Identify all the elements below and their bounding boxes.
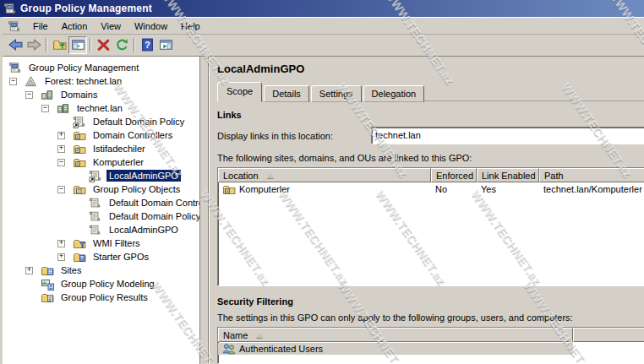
expand-toggle[interactable]: + [57, 253, 65, 261]
display-links-label: Display links in this location: [217, 131, 371, 141]
toolbar: ? [3, 35, 644, 57]
links-intro-text: The following sites, domains, and OUs ar… [217, 153, 644, 163]
tree-item-group-policy-objects[interactable]: − Group Policy Objects [3, 182, 199, 196]
tree-item-group-policy-management[interactable]: Group Policy Management [3, 61, 199, 74]
column-header-empty [573, 328, 644, 342]
new-window-button[interactable] [156, 36, 175, 54]
tab-details[interactable]: Details [264, 85, 309, 102]
gpmc-window: Group Policy Management FileActionViewWi… [0, 0, 644, 364]
domain-icon [57, 102, 71, 115]
ou-icon [73, 129, 87, 142]
tree-toggle-slot: − [57, 186, 73, 193]
menu-item-view[interactable]: View [94, 19, 128, 33]
tab-delegation[interactable]: Delegation [363, 85, 425, 102]
delete-button[interactable] [94, 36, 112, 54]
tree-item-technet-lan[interactable]: −technet.lan [3, 101, 199, 115]
tree-item-label: LocalAdminGPO [106, 170, 181, 182]
column-header-enforced[interactable]: Enforced [431, 168, 477, 182]
tree-item-komputerler[interactable]: − Komputerler [3, 155, 199, 169]
column-header-link-enabled[interactable]: Link Enabled [477, 168, 539, 182]
security-intro-text: The settings in this GPO can only apply … [217, 312, 644, 323]
tree-item-default-domain-controlle[interactable]: Default Domain Controlle [3, 196, 199, 209]
menu-item-help[interactable]: Help [174, 19, 207, 33]
tree-toggle-slot: − [41, 105, 57, 112]
tree-item-default-domain-policy[interactable]: Default Domain Policy [3, 209, 199, 223]
tree-toggle-slot: − [57, 159, 73, 166]
tree-item-label: Domain Controllers [90, 129, 175, 141]
expand-toggle[interactable]: + [57, 240, 65, 247]
window-title: Group Policy Management [20, 3, 152, 14]
help-button[interactable]: ? [138, 36, 156, 54]
back-button[interactable] [6, 36, 25, 54]
forest-icon [25, 75, 39, 88]
results-icon [41, 291, 55, 304]
console-tree-button[interactable] [68, 36, 87, 54]
tree-item-wmi-filters[interactable]: + WMI Filters [3, 236, 199, 250]
new-window-icon [159, 38, 173, 53]
tree-item-localadmingpo[interactable]: LocalAdminGPO [3, 169, 199, 182]
gpo-link-icon [73, 116, 87, 128]
console-tree-pane: Group Policy Management−Forest: technet.… [3, 57, 200, 364]
toolbar-separator [46, 38, 47, 52]
tab-settings[interactable]: Settings [311, 85, 362, 102]
location-combobox[interactable]: technet.lan [371, 127, 644, 144]
results-pane: LocalAdminGPO ScopeDetailsSettingsDelega… [209, 57, 644, 364]
tree-item-istifadechiler[interactable]: + Istifadechiler [3, 142, 199, 155]
tree-item-group-policy-results[interactable]: Group Policy Results [3, 291, 199, 304]
collapse-toggle[interactable]: − [57, 186, 65, 193]
collapse-toggle[interactable]: − [57, 159, 65, 166]
expand-toggle[interactable]: + [57, 145, 65, 153]
tree-item-localadmingpo[interactable]: LocalAdminGPO [3, 223, 199, 236]
expand-toggle[interactable]: + [57, 132, 65, 139]
collapse-toggle[interactable]: − [41, 105, 49, 112]
forward-icon [27, 38, 41, 53]
expand-toggle[interactable]: + [25, 267, 33, 274]
tree-item-label: WMI Filters [90, 237, 143, 249]
column-header-path[interactable]: Path [539, 168, 644, 182]
tree-item-label: LocalAdminGPO [106, 224, 181, 236]
tree-item-label: Starter GPOs [90, 251, 151, 263]
toolbar-separator [90, 38, 91, 52]
gpo-folder-icon [73, 183, 87, 196]
collapse-toggle[interactable]: − [9, 78, 17, 85]
toolbar-separator [134, 38, 135, 52]
tree-item-label: Default Domain Controlle [106, 197, 200, 209]
name-cell: Authenticated Users [218, 343, 573, 355]
location-cell: Komputerler [218, 183, 431, 195]
tree-item-label: Group Policy Management [26, 62, 141, 73]
tree-toggle-slot: − [25, 91, 41, 99]
tree-item-group-policy-modeling[interactable]: Group Policy Modeling [3, 277, 199, 291]
tree-item-forest-technet-lan[interactable]: −Forest: technet.lan [3, 74, 199, 88]
gpo-icon [89, 224, 103, 236]
tree-item-domain-controllers[interactable]: + Domain Controllers [3, 128, 199, 142]
tree-item-default-domain-policy[interactable]: Default Domain Policy [3, 115, 199, 128]
menu-item-action[interactable]: Action [55, 19, 95, 33]
pane-splitter[interactable] [200, 57, 209, 364]
tree-item-domains[interactable]: −Domains [3, 88, 199, 101]
collapse-toggle[interactable]: − [25, 91, 33, 99]
column-header-name[interactable]: Name [218, 328, 573, 342]
console-tree-icon [71, 38, 85, 53]
tree-item-sites[interactable]: + Sites [3, 263, 199, 277]
tree-item-starter-gpos[interactable]: + Starter GPOs [3, 250, 199, 263]
tree-item-label: Group Policy Results [58, 291, 150, 303]
tab-scope[interactable]: Scope [217, 82, 262, 102]
menu-item-file[interactable]: File [26, 19, 55, 33]
tree-item-label: Group Policy Objects [90, 183, 183, 195]
forward-button[interactable] [25, 36, 43, 54]
tree-item-label: Default Domain Policy [106, 210, 200, 222]
table-row[interactable]: Authenticated Users [218, 342, 644, 356]
ou-icon [73, 156, 87, 169]
table-row[interactable]: KomputerlerNoYestechnet.lan/Komputerler [218, 182, 644, 196]
tree-toggle-slot: + [57, 132, 73, 139]
up-one-level-button[interactable] [50, 36, 68, 54]
column-header-location[interactable]: Location [218, 168, 431, 182]
enforced-cell: No [431, 184, 477, 194]
tree-item-label: Domains [58, 89, 100, 101]
refresh-button[interactable] [112, 36, 131, 54]
delete-icon [96, 38, 111, 53]
users-icon [222, 343, 237, 355]
sites-icon [41, 264, 55, 277]
tree-toggle-slot: + [25, 267, 41, 274]
menu-item-window[interactable]: Window [128, 19, 174, 33]
